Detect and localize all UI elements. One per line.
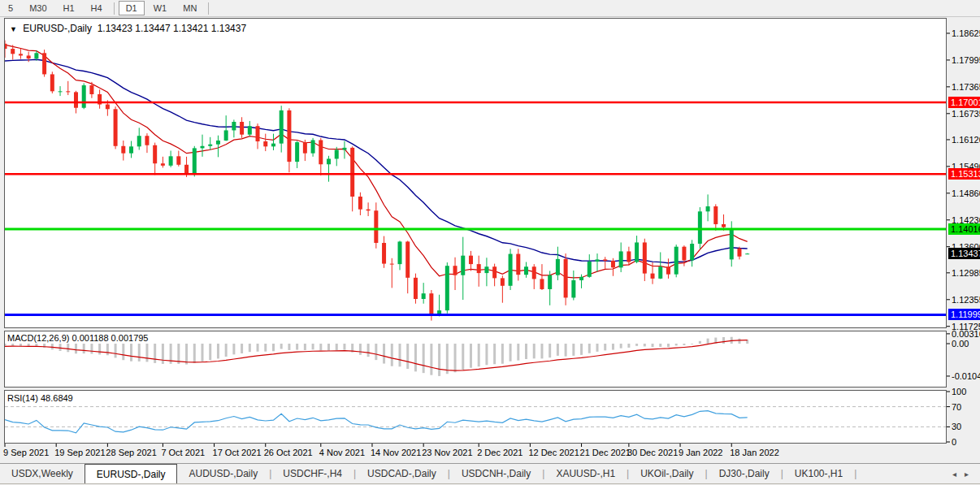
trading-terminal-window: 5M30H1H4D1W1MN ▼ EURUSD-,Daily 1.13423 1…: [0, 0, 980, 485]
tabs-scroll-right-icon[interactable]: ▸: [965, 470, 969, 479]
symbol-tab-xauusd[interactable]: XAUUSD-,H1: [544, 464, 627, 483]
price-axis-tick: 1.16735: [952, 109, 980, 119]
symbol-tab-usdcad[interactable]: USDCAD-,Daily: [356, 464, 448, 483]
symbol-tab-ukoil[interactable]: UKOil-,Daily: [629, 464, 705, 483]
date-axis-label: 12 Dec 2021: [528, 448, 579, 457]
chart-ohlc-values: 1.13423 1.13447 1.13421 1.13437: [98, 23, 247, 34]
chevron-down-icon[interactable]: ▼: [10, 25, 17, 33]
rsi-axis-tick: 70: [952, 402, 961, 412]
date-axis-label: 17 Oct 2021: [213, 448, 262, 457]
symbol-tab-eurusd[interactable]: EURUSD-,Daily: [85, 464, 178, 483]
symbol-tab-usdchf[interactable]: USDCHF-,H4: [271, 464, 353, 483]
price-axis-tick: 1.12355: [952, 295, 980, 305]
price-axis-tick: 1.17995: [952, 55, 980, 65]
price-axis-tick: 1.18625: [952, 28, 980, 38]
date-axis-label: 19 Sep 2021: [54, 448, 105, 457]
rsi-axis-tick: 0: [952, 437, 956, 447]
symbol-tab-audusd[interactable]: AUDUSD-,Daily: [177, 464, 269, 483]
macd-axis-tick: 0.00: [952, 339, 969, 349]
hline-price-badge: 1.17001: [948, 97, 980, 108]
price-axis-tick: 1.17365: [952, 82, 980, 92]
hline-price-badge: 1.14016: [948, 223, 980, 235]
symbol-tab-uk100[interactable]: UK100-,H1: [783, 464, 854, 483]
date-axis-label: 9 Jan 2022: [679, 448, 722, 457]
date-axis-label: 30 Dec 2021: [627, 448, 678, 457]
current-price-badge: 1.13437: [948, 248, 980, 259]
date-axis-label: 2 Dec 2021: [477, 448, 523, 457]
macd-axis-tick: -0.01043: [952, 371, 980, 381]
date-axis-label: 21 Dec 2021: [580, 448, 631, 457]
hline-price-badge: 1.11999: [948, 309, 980, 320]
symbol-tab-usdcnh[interactable]: USDCNH-,Daily: [450, 464, 542, 483]
price-axis-tick: 1.16120: [952, 135, 980, 145]
rsi-axis-tick: 100: [952, 387, 966, 396]
date-axis-label: 26 Oct 2021: [264, 448, 313, 457]
rsi-label: RSI(14) 48.6849: [7, 393, 73, 403]
chart-canvas[interactable]: [0, 0, 980, 485]
tab-separator: |: [854, 468, 856, 479]
symbol-tab-usdx[interactable]: USDX,Weekly: [0, 464, 85, 483]
chart-symbol-label: EURUSD-,Daily: [23, 23, 92, 34]
date-axis-label: 23 Nov 2021: [422, 448, 472, 457]
date-axis-label: 4 Nov 2021: [319, 448, 365, 457]
macd-axis-tick: 0.003165: [952, 329, 980, 339]
symbol-tab-dj30[interactable]: DJ30-,Daily: [708, 464, 781, 483]
price-axis-tick: 1.12985: [952, 268, 980, 278]
rsi-axis-tick: 30: [952, 422, 961, 431]
macd-label: MACD(12,26,9) 0.001188 0.001795: [7, 333, 148, 343]
date-axis-label: 28 Sep 2021: [106, 448, 156, 457]
date-axis-label: 7 Oct 2021: [161, 448, 205, 457]
tabs-scroll-left-icon[interactable]: ◂: [952, 470, 956, 479]
date-axis-label: 9 Sep 2021: [3, 448, 49, 457]
chart-title: ▼ EURUSD-,Daily 1.13423 1.13447 1.13421 …: [10, 23, 246, 34]
date-axis-label: 18 Jan 2022: [730, 448, 779, 457]
symbol-tabbar: USDX,WeeklyEURUSD-,DailyAUDUSD-,Daily|US…: [0, 463, 980, 484]
price-axis-tick: 1.14860: [952, 188, 980, 198]
date-axis-label: 14 Nov 2021: [371, 448, 421, 457]
hline-price-badge: 1.15313: [948, 168, 980, 180]
